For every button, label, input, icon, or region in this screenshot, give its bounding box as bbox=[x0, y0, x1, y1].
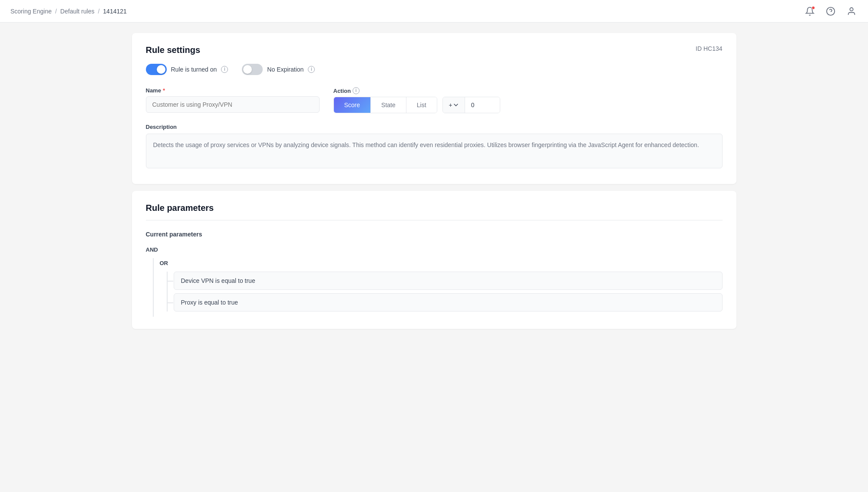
rule-on-label: Rule is turned on bbox=[171, 66, 217, 73]
breadcrumb: Scoring Engine / Default rules / 1414121 bbox=[10, 8, 127, 15]
no-expiration-toggle[interactable] bbox=[242, 64, 263, 75]
rule-parameters-card: Rule parameters Current parameters AND O… bbox=[132, 191, 736, 329]
current-parameters-title: Current parameters bbox=[146, 231, 723, 238]
breadcrumb-sep-1: / bbox=[55, 8, 57, 15]
action-tab-group: Score State List bbox=[333, 97, 437, 113]
rule-settings-card: Rule settings ID HC134 Rule is turned on… bbox=[132, 33, 736, 184]
top-navigation: Scoring Engine / Default rules / 1414121 bbox=[0, 0, 868, 23]
card-header: Rule settings ID HC134 bbox=[146, 45, 723, 64]
no-expiration-label: No Expiration bbox=[267, 66, 304, 73]
or-label: OR bbox=[160, 258, 723, 268]
toggle-row: Rule is turned on i No Expiration i bbox=[146, 64, 723, 75]
svg-point-2 bbox=[850, 7, 853, 10]
required-star: * bbox=[163, 87, 165, 94]
breadcrumb-default-rules[interactable]: Default rules bbox=[60, 8, 95, 15]
name-input[interactable] bbox=[146, 96, 320, 113]
nav-icons bbox=[804, 5, 858, 17]
score-input[interactable] bbox=[465, 97, 500, 113]
rule-on-toggle[interactable] bbox=[146, 64, 167, 75]
and-children: OR Device VPN is equal to true Proxy is … bbox=[146, 258, 723, 317]
rule-id-badge: ID HC134 bbox=[696, 45, 722, 52]
logic-tree: AND OR Device VPN is equal to true Proxy… bbox=[146, 245, 723, 317]
modifier-button[interactable]: + bbox=[443, 97, 465, 113]
rule-parameters-title: Rule parameters bbox=[146, 203, 723, 213]
description-group: Description Detects the usage of proxy s… bbox=[146, 124, 723, 168]
notifications-icon[interactable] bbox=[804, 5, 816, 17]
no-expiration-info-icon[interactable]: i bbox=[308, 66, 315, 73]
main-content: Rule settings ID HC134 Rule is turned on… bbox=[122, 23, 747, 346]
help-icon[interactable] bbox=[825, 5, 837, 17]
tab-state[interactable]: State bbox=[371, 97, 406, 113]
divider bbox=[146, 220, 723, 220]
user-icon[interactable] bbox=[845, 5, 858, 17]
breadcrumb-scoring-engine[interactable]: Scoring Engine bbox=[10, 8, 52, 15]
modifier-symbol: + bbox=[449, 102, 452, 108]
tab-score[interactable]: Score bbox=[334, 97, 371, 113]
score-modifier-group: + bbox=[442, 97, 500, 113]
rule-on-info-icon[interactable]: i bbox=[221, 66, 228, 73]
rule-on-toggle-item: Rule is turned on i bbox=[146, 64, 228, 75]
no-expiration-toggle-item: No Expiration i bbox=[242, 64, 315, 75]
rule-settings-title: Rule settings bbox=[146, 45, 201, 55]
and-label: AND bbox=[146, 245, 723, 255]
and-node: AND OR Device VPN is equal to true Proxy… bbox=[146, 245, 723, 317]
condition-2[interactable]: Proxy is equal to true bbox=[174, 293, 723, 312]
condition-1[interactable]: Device VPN is equal to true bbox=[174, 272, 723, 290]
name-field-group: Name * bbox=[146, 87, 320, 113]
tab-list[interactable]: List bbox=[406, 97, 437, 113]
description-text: Detects the usage of proxy services or V… bbox=[146, 134, 723, 168]
action-info-icon[interactable]: i bbox=[353, 87, 360, 94]
or-children: Device VPN is equal to true Proxy is equ… bbox=[160, 272, 723, 312]
or-node: OR Device VPN is equal to true Proxy is … bbox=[160, 258, 723, 312]
name-label: Name * bbox=[146, 87, 320, 94]
notification-dot bbox=[812, 6, 815, 10]
breadcrumb-rule-id: 1414121 bbox=[103, 8, 127, 15]
action-field-group: Action i Score State List + bbox=[333, 87, 723, 113]
breadcrumb-sep-2: / bbox=[98, 8, 99, 15]
name-action-row: Name * Action i Score State List bbox=[146, 87, 723, 113]
action-tabs-row: Score State List + bbox=[333, 97, 723, 113]
action-label: Action i bbox=[333, 87, 723, 94]
description-label: Description bbox=[146, 124, 723, 130]
